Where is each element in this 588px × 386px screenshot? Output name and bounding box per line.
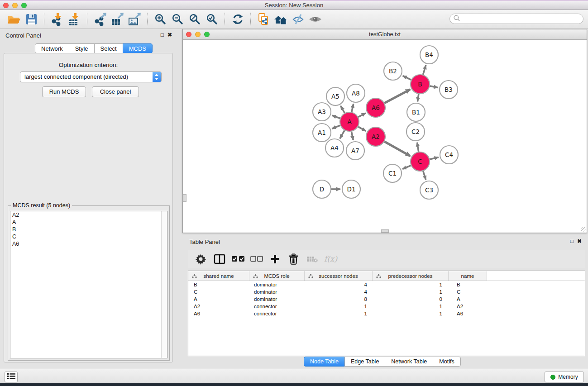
tab-network[interactable]: Network <box>35 43 69 53</box>
graph-edge-A-A3[interactable] <box>332 115 340 118</box>
float-panel-icon[interactable]: □ <box>161 32 164 38</box>
column-settings-icon[interactable] <box>192 251 209 267</box>
window-resize-handle[interactable] <box>581 227 586 232</box>
graph-node-C4[interactable] <box>440 146 458 164</box>
network-minimize-button[interactable] <box>195 32 201 37</box>
network-window-titlebar[interactable]: testGlobe.txt <box>183 29 587 40</box>
table-row[interactable]: A2connector11A2 <box>188 303 585 310</box>
float-table-panel-icon[interactable]: □ <box>570 238 574 244</box>
column-header-successor-nodes[interactable]: successor nodes <box>305 271 373 281</box>
import-table-icon[interactable] <box>66 12 83 27</box>
column-header-shared-name[interactable]: shared name <box>188 271 249 281</box>
network-canvas[interactable]: AA1A2A3A4A5A6A7A8BB1B2B3B4CC1C2C3C4DD1 <box>183 40 587 233</box>
hide-labels-icon[interactable] <box>289 12 306 27</box>
network-graph[interactable]: AA1A2A3A4A5A6A7A8BB1B2B3B4CC1C2C3C4DD1 <box>183 40 587 233</box>
graph-node-A5[interactable] <box>326 87 344 105</box>
column-header-MCDS-role[interactable]: MCDS role <box>249 271 305 281</box>
search-input[interactable] <box>462 14 583 23</box>
graph-edge-B-B4[interactable] <box>423 65 425 75</box>
result-item[interactable]: B <box>10 226 167 233</box>
graph-edge-A-A7[interactable] <box>351 132 353 140</box>
graph-edge-A-A5[interactable] <box>341 106 345 113</box>
graph-node-A3[interactable] <box>313 103 331 121</box>
graph-edge-A-A8[interactable] <box>352 104 354 112</box>
graph-node-A7[interactable] <box>346 142 364 160</box>
close-table-panel-icon[interactable]: ✖ <box>577 238 582 244</box>
table-row[interactable]: Adominator80A <box>188 295 585 303</box>
graph-edge-C-C3[interactable] <box>423 171 426 180</box>
left-splitter-handle[interactable] <box>183 194 186 202</box>
save-session-icon[interactable] <box>23 12 40 27</box>
network-close-button[interactable] <box>186 32 191 37</box>
graph-edge-A-A2[interactable] <box>358 127 366 131</box>
delete-column-icon[interactable] <box>285 251 302 267</box>
graph-edge-A-A1[interactable] <box>332 125 340 129</box>
graph-node-A[interactable] <box>340 112 359 131</box>
result-list-scrollbar[interactable] <box>161 211 167 358</box>
zoom-out-icon[interactable] <box>169 12 186 27</box>
column-header-predecessor-nodes[interactable]: predecessor nodes <box>373 271 449 281</box>
memory-button[interactable]: Memory <box>545 372 584 382</box>
table-tab-edge-table[interactable]: Edge Table <box>344 357 385 367</box>
select-all-checks-icon[interactable] <box>229 251 246 267</box>
graph-edge-A6-B[interactable] <box>384 90 410 103</box>
table-row[interactable]: Cdominator41C <box>188 288 585 295</box>
graph-node-B1[interactable] <box>407 103 425 121</box>
network-zoom-button[interactable] <box>204 32 210 37</box>
tab-style[interactable]: Style <box>69 43 95 53</box>
export-image-icon[interactable] <box>126 12 143 27</box>
import-network-icon[interactable] <box>48 12 66 27</box>
graph-node-D[interactable] <box>313 180 331 198</box>
search-field[interactable] <box>449 14 583 24</box>
graph-edge-C-C2[interactable] <box>417 143 419 152</box>
zoom-selected-icon[interactable] <box>203 12 220 27</box>
home-icon[interactable] <box>272 12 289 27</box>
graph-node-C3[interactable] <box>420 181 438 199</box>
task-history-button[interactable] <box>5 372 18 382</box>
run-mcds-button[interactable]: Run MCDS <box>42 86 86 97</box>
graph-node-B2[interactable] <box>384 62 402 80</box>
graph-edge-C-C1[interactable] <box>402 166 411 169</box>
result-item[interactable]: A2 <box>10 211 167 219</box>
bottom-splitter-handle[interactable] <box>381 229 389 233</box>
close-window-button[interactable] <box>3 3 9 8</box>
export-table-icon[interactable] <box>109 12 126 27</box>
refresh-layout-icon[interactable] <box>229 12 246 27</box>
minimize-window-button[interactable] <box>12 3 18 8</box>
graph-node-C1[interactable] <box>383 164 402 182</box>
table-row[interactable]: Bdominator41B <box>188 281 585 288</box>
tab-mcds[interactable]: MCDS <box>123 43 153 53</box>
graph-edge-A-A4[interactable] <box>340 130 344 138</box>
optimization-criterion-select[interactable]: largest connected component (directed) <box>20 71 162 82</box>
copy-network-icon[interactable] <box>255 12 272 27</box>
close-panel-icon[interactable]: ✖ <box>167 32 172 38</box>
graph-node-B[interactable] <box>411 75 430 94</box>
zoom-fit-icon[interactable] <box>186 12 203 27</box>
result-item[interactable]: A6 <box>10 240 167 248</box>
graph-node-B4[interactable] <box>420 46 438 64</box>
zoom-window-button[interactable] <box>21 3 27 8</box>
graph-node-C2[interactable] <box>406 123 425 141</box>
graph-edge-B-B2[interactable] <box>403 76 411 80</box>
table-tab-node-table[interactable]: Node Table <box>304 357 345 367</box>
graph-edge-A2-C[interactable] <box>384 142 410 156</box>
clear-checks-icon[interactable] <box>248 251 265 267</box>
graph-node-A2[interactable] <box>366 127 385 146</box>
open-folder-icon[interactable] <box>5 12 23 27</box>
graph-edge-C-C4[interactable] <box>430 157 438 159</box>
close-panel-button[interactable]: Close panel <box>92 86 139 97</box>
graph-edge-B-B1[interactable] <box>417 94 418 101</box>
graph-edge-B-B3[interactable] <box>430 86 438 87</box>
graph-node-B3[interactable] <box>440 81 458 99</box>
zoom-in-icon[interactable] <box>152 12 169 27</box>
graph-node-A6[interactable] <box>366 98 385 117</box>
graph-node-D1[interactable] <box>342 180 360 198</box>
show-eye-icon[interactable] <box>306 12 324 27</box>
graph-node-A4[interactable] <box>325 139 344 157</box>
graph-node-A1[interactable] <box>313 124 331 142</box>
export-network-icon[interactable] <box>91 12 109 27</box>
graph-node-A8[interactable] <box>347 84 365 102</box>
table-row[interactable]: A6connector11A6 <box>188 310 585 317</box>
column-header-name[interactable]: name <box>449 271 487 281</box>
table-tab-motifs[interactable]: Motifs <box>433 357 460 367</box>
